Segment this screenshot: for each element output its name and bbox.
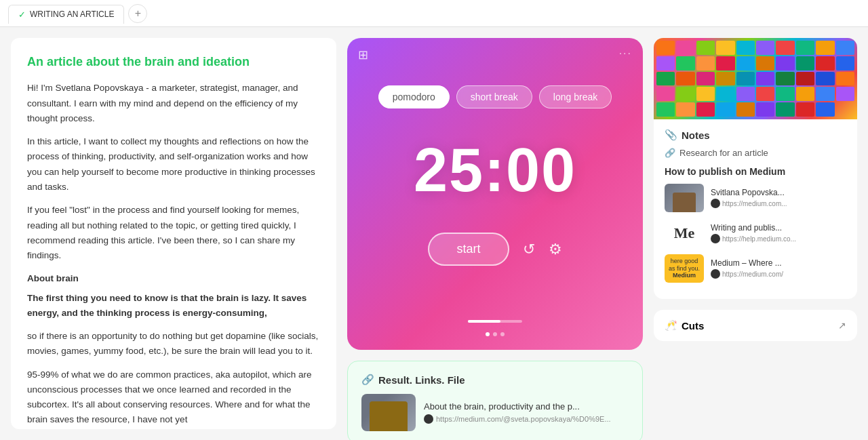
notes-link[interactable]: 🔗 Research for an article	[665, 148, 846, 158]
timer-display: 25:00	[414, 136, 576, 205]
cuts-title: 🥂 Cuts	[665, 319, 704, 332]
notes-card-title-3: Medium – Where ...	[711, 258, 783, 268]
medium-icon	[424, 414, 433, 424]
article-para-2: In this article, I want to collect my th…	[27, 134, 320, 195]
pomo-tab-pomodoro[interactable]: pomodoro	[378, 85, 450, 108]
notes-section-title: How to publish on Medium	[665, 166, 846, 177]
notes-card-title-1: Svitlana Popovska...	[711, 188, 787, 197]
article-panel: An article about the brain and ideation …	[11, 38, 336, 429]
result-card: About the brain, productivity and the p.…	[361, 394, 629, 431]
notes-link-label: Research for an article	[679, 148, 768, 158]
article-title: An article about the brain and ideation	[27, 54, 320, 70]
reset-icon[interactable]: ↺	[523, 241, 535, 258]
settings-icon[interactable]: ⚙	[549, 241, 562, 258]
cuts-expand-icon[interactable]: ↗	[838, 320, 846, 331]
start-button[interactable]: start	[428, 233, 509, 266]
page-dot-1	[486, 332, 490, 336]
article-para-4: The first thing you need to know is that…	[27, 291, 320, 321]
notes-card-thumb-1	[665, 184, 704, 212]
notes-card-text-3: Medium – Where ... https://medium.com/	[711, 258, 783, 279]
pomodoro-tabs: pomodoro short break long break	[378, 85, 612, 108]
result-icon: 🔗	[361, 374, 374, 386]
cuts-label: Cuts	[682, 320, 704, 332]
right-panel: 📎 Notes 🔗 Research for an article How to…	[654, 38, 857, 429]
medium-icon-2	[711, 234, 720, 243]
sticky-notes-mosaic	[654, 38, 857, 119]
result-panel: 🔗 Result. Links. File About the brain, p…	[347, 361, 643, 440]
progress-bar-fill	[468, 320, 500, 323]
result-header-label: Result. Links. File	[378, 374, 465, 386]
notes-label: Notes	[682, 129, 710, 141]
result-thumb-image	[361, 394, 416, 431]
cuts-icon: 🥂	[665, 319, 677, 332]
notes-icon: 📎	[665, 129, 677, 141]
notes-card-text-1: Svitlana Popovska... https://medium.com.…	[711, 188, 787, 208]
notes-card-text-2: Writing and publis... https://help.mediu…	[711, 223, 796, 243]
notes-image	[654, 38, 857, 119]
main-layout: An article about the brain and ideation …	[0, 27, 868, 440]
medium-icon-3	[711, 269, 720, 279]
medium-icon-1	[711, 199, 720, 208]
center-panel: ··· ⊞ pomodoro short break long break 25…	[347, 38, 643, 429]
pomodoro-grid-icon[interactable]: ⊞	[358, 47, 368, 62]
tab-bar: ✓ WRITING AN ARTICLE +	[0, 0, 868, 27]
progress-bar	[468, 320, 522, 323]
result-card-title: About the brain, productivity and the p.…	[424, 401, 611, 412]
notes-card-link-2: https://help.medium.co...	[711, 234, 796, 243]
notes-card-thumb-3: here goodas find you.Medium	[665, 254, 704, 283]
page-dot-3	[500, 332, 505, 336]
notes-card-title-2: Writing and publis...	[711, 223, 796, 233]
page-dot-2	[493, 332, 497, 336]
pomo-tab-long-break[interactable]: long break	[539, 85, 612, 108]
progress-area	[486, 332, 505, 336]
active-tab[interactable]: ✓ WRITING AN ARTICLE	[8, 5, 124, 24]
notes-body: 📎 Notes 🔗 Research for an article How to…	[654, 119, 857, 299]
add-tab-button[interactable]: +	[128, 4, 147, 23]
pomo-tab-short-break[interactable]: short break	[456, 85, 532, 108]
timer-controls: start ↺ ⚙	[428, 233, 561, 266]
pomodoro-widget: ··· ⊞ pomodoro short break long break 25…	[347, 38, 643, 350]
pomodoro-menu-dots[interactable]: ···	[619, 47, 632, 60]
article-para-1: Hi! I'm Svetlana Popovskaya - a marketer…	[27, 81, 320, 126]
notes-card-3[interactable]: here goodas find you.Medium Medium – Whe…	[665, 254, 846, 283]
cuts-widget: 🥂 Cuts ↗	[654, 310, 857, 341]
article-bold-text: The first thing you need to know is that…	[27, 293, 307, 318]
check-icon: ✓	[18, 9, 26, 20]
article-para-6: 95-99% of what we do are common practice…	[27, 367, 320, 428]
article-para-3: If you feel "lost" in the process and fi…	[27, 203, 320, 263]
tab-label: WRITING AN ARTICLE	[30, 9, 114, 19]
result-thumbnail	[361, 394, 416, 431]
notes-card-thumb-2: Me	[665, 219, 704, 247]
notes-card-2[interactable]: Me Writing and publis... https://help.me…	[665, 219, 846, 247]
article-section-heading: About brain	[27, 271, 320, 286]
notes-card-link-1: https://medium.com...	[711, 199, 787, 208]
result-card-link[interactable]: https://medium.com/@sveta.popovskaya/%D0…	[424, 414, 611, 424]
notes-widget: 📎 Notes 🔗 Research for an article How to…	[654, 38, 857, 299]
result-header: 🔗 Result. Links. File	[361, 374, 629, 386]
notes-card-1[interactable]: Svitlana Popovska... https://medium.com.…	[665, 184, 846, 212]
article-para-5: so if there is an opportunity to do noth…	[27, 329, 320, 359]
page-dots	[486, 332, 505, 336]
result-card-content: About the brain, productivity and the p.…	[424, 401, 611, 424]
notes-link-icon: 🔗	[665, 148, 675, 158]
notes-title: 📎 Notes	[665, 129, 846, 141]
notes-card-link-3: https://medium.com/	[711, 269, 783, 279]
article-body: Hi! I'm Svetlana Popovskaya - a marketer…	[27, 81, 320, 427]
